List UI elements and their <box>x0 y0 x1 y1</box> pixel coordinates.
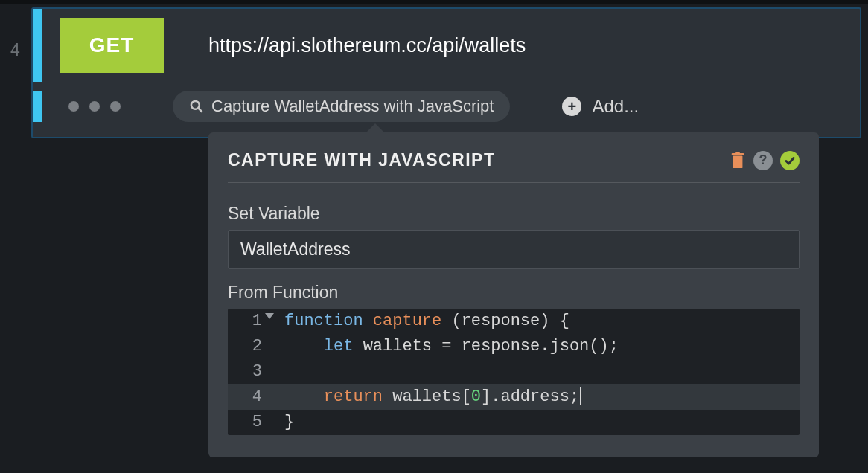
code-editor[interactable]: 1function capture (response) {2 let wall… <box>228 309 800 435</box>
svg-rect-2 <box>733 155 743 168</box>
from-function-label: From Function <box>228 283 800 303</box>
add-button[interactable]: + Add... <box>562 96 639 117</box>
text-cursor <box>580 387 581 405</box>
trash-icon[interactable] <box>730 152 746 170</box>
step-number: 4 <box>10 40 20 60</box>
panel-header: CAPTURE WITH JAVASCRIPT ? <box>228 150 800 182</box>
line-number: 1 <box>228 309 272 334</box>
code-line[interactable]: 3 <box>228 359 800 384</box>
capture-chip-label: Capture WalletAddress with JavaScript <box>211 97 494 116</box>
divider <box>228 182 800 183</box>
http-method-badge[interactable]: GET <box>60 18 164 73</box>
code-content[interactable]: return wallets[0].address; <box>272 384 581 410</box>
help-icon[interactable]: ? <box>753 151 773 170</box>
dot-icon <box>68 101 79 112</box>
line-number: 4 <box>228 384 272 410</box>
window-top-edge <box>0 0 868 4</box>
drag-handle-dots[interactable] <box>68 101 121 112</box>
capture-chip[interactable]: Capture WalletAddress with JavaScript <box>173 91 510 122</box>
request-card: GET https://api.slothereum.cc/api/wallet… <box>31 7 861 138</box>
code-line[interactable]: 5} <box>228 410 800 435</box>
svg-point-0 <box>191 101 200 109</box>
confirm-icon[interactable] <box>780 151 800 170</box>
line-number: 3 <box>228 359 272 384</box>
code-content[interactable]: let wallets = response.json(); <box>272 334 619 359</box>
add-label: Add... <box>592 96 639 117</box>
request-url[interactable]: https://api.slothereum.cc/api/wallets <box>208 18 526 73</box>
dot-icon <box>110 101 121 112</box>
line-number: 5 <box>228 410 272 435</box>
svg-line-1 <box>199 109 202 112</box>
dot-icon <box>89 101 100 112</box>
search-icon <box>189 99 204 114</box>
line-number: 2 <box>228 334 272 359</box>
request-row: GET https://api.slothereum.cc/api/wallet… <box>33 9 860 82</box>
svg-rect-4 <box>735 152 740 154</box>
set-variable-label: Set Variable <box>228 204 800 224</box>
panel-title: CAPTURE WITH JAVASCRIPT <box>228 150 496 170</box>
panel-actions: ? <box>730 151 800 170</box>
active-step-indicator <box>33 9 42 82</box>
active-step-indicator <box>33 91 42 122</box>
fold-icon[interactable] <box>265 313 274 319</box>
code-line[interactable]: 4 return wallets[0].address; <box>228 384 800 410</box>
request-subrow: Capture WalletAddress with JavaScript + … <box>33 82 860 137</box>
plus-icon: + <box>562 97 581 116</box>
code-line[interactable]: 1function capture (response) { <box>228 309 800 334</box>
code-content[interactable] <box>272 359 284 384</box>
capture-panel: CAPTURE WITH JAVASCRIPT ? Set Variable F… <box>208 132 819 457</box>
code-line[interactable]: 2 let wallets = response.json(); <box>228 334 800 359</box>
code-content[interactable]: } <box>272 410 294 435</box>
code-content[interactable]: function capture (response) { <box>272 309 569 334</box>
variable-name-input[interactable] <box>228 230 800 269</box>
